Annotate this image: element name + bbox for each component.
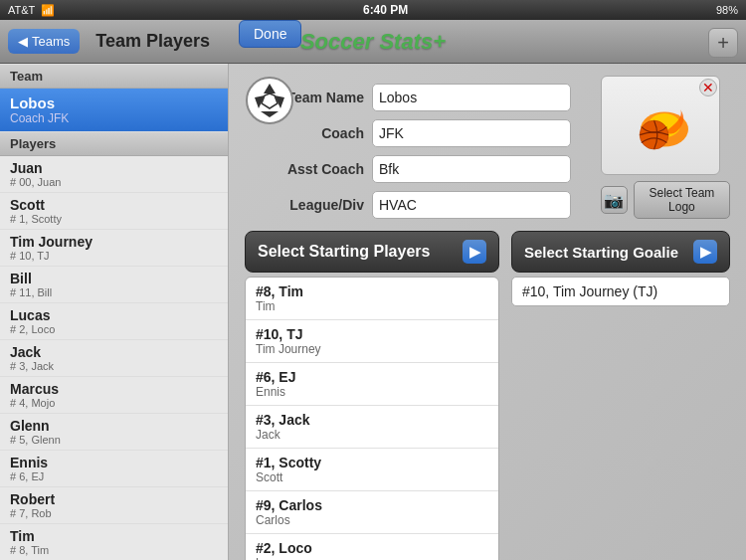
player-list-name: Tim (256, 299, 488, 313)
starting-player-item[interactable]: #3, Jack Jack (246, 406, 498, 449)
status-bar: AT&T 📶 6:40 PM 98% (0, 0, 746, 20)
league-div-label: League/Div (255, 197, 364, 213)
sidebar-player-item[interactable]: Glenn # 5, Glenn (0, 414, 228, 451)
teams-button-label: Teams (32, 34, 70, 49)
battery-indicator: 98% (716, 4, 738, 16)
players-list: Juan # 00, Juan Scott # 1, Scotty Tim Jo… (0, 156, 228, 560)
player-name: Glenn (10, 418, 218, 434)
player-number: # 2, Loco (10, 323, 218, 335)
player-list-name: Ennis (256, 385, 488, 399)
player-name: Tim Journey (10, 234, 218, 250)
sidebar-player-item[interactable]: Jack # 3, Jack (0, 340, 228, 377)
carrier-label: AT&T (8, 4, 35, 16)
main-layout: Team Lobos Coach JFK Players Juan # 00, … (0, 64, 746, 560)
plus-icon: + (717, 32, 729, 55)
player-list-number: #9, Carlos (256, 497, 488, 513)
player-number: # 8, Tim (10, 544, 218, 556)
players-section-header: Players (0, 131, 228, 156)
team-coach: Coach JFK (10, 111, 218, 125)
goalie-value: #10, Tim Journey (TJ) (511, 277, 730, 306)
player-list-name: Tim Journey (256, 342, 488, 356)
asst-coach-input[interactable] (372, 155, 571, 183)
select-starting-goalie-button[interactable]: Select Starting Goalie ▶ (511, 231, 730, 273)
starting-player-item[interactable]: #2, Loco Lucas (246, 534, 498, 560)
sidebar-team-item[interactable]: Lobos Coach JFK (0, 89, 228, 131)
starting-goalie-panel: Select Starting Goalie ▶ #10, Tim Journe… (511, 231, 730, 306)
starting-player-item[interactable]: #8, Tim Tim (246, 278, 498, 320)
sidebar-player-item[interactable]: Scott # 1, Scotty (0, 193, 228, 230)
sidebar-player-item[interactable]: Robert # 7, Rob (0, 487, 228, 524)
add-player-button[interactable]: + (708, 28, 738, 58)
sidebar-player-item[interactable]: Juan # 00, Juan (0, 156, 228, 193)
status-left: AT&T 📶 (8, 4, 55, 17)
player-name: Bill (10, 271, 218, 286)
sidebar-player-item[interactable]: Tim Journey # 10, TJ (0, 230, 228, 267)
select-logo-button[interactable]: Select Team Logo (634, 181, 730, 219)
camera-button[interactable]: 📷 (601, 186, 628, 214)
player-number: # 11, Bill (10, 286, 218, 298)
select-players-chevron: ▶ (463, 240, 486, 264)
player-number: # 1, Scotty (10, 213, 218, 225)
teams-button-chevron: ◀ (18, 34, 28, 49)
soccer-ball-icon (245, 76, 294, 125)
sidebar-player-item[interactable]: Marcus # 4, Mojo (0, 377, 228, 414)
page-title: Team Players (95, 31, 210, 52)
player-name: Scott (10, 197, 218, 213)
camera-icon: 📷 (604, 191, 624, 210)
player-name: Tim (10, 528, 218, 544)
player-number: # 6, EJ (10, 470, 218, 482)
status-time: 6:40 PM (363, 3, 408, 17)
wifi-icon: 📶 (41, 4, 55, 17)
teams-button[interactable]: ◀ Teams (8, 29, 80, 54)
coach-input[interactable] (372, 119, 571, 147)
player-number: # 4, Mojo (10, 397, 218, 409)
player-name: Robert (10, 491, 218, 507)
player-number: # 3, Jack (10, 360, 218, 372)
player-list-number: #6, EJ (256, 369, 488, 385)
player-list-name: Scott (256, 470, 488, 484)
select-starting-players-button[interactable]: Select Starting Players ▶ (245, 231, 499, 273)
player-list-number: #3, Jack (256, 412, 488, 428)
close-icon: ✕ (702, 80, 714, 95)
sidebar-player-item[interactable]: Ennis # 6, EJ (0, 451, 228, 487)
select-goalie-label: Select Starting Goalie (524, 244, 678, 261)
starting-section: Select Starting Players ▶ #8, Tim Tim #1… (245, 231, 730, 560)
logo-close-button[interactable]: ✕ (699, 79, 717, 96)
coach-label: Coach (255, 125, 364, 141)
sidebar-player-item[interactable]: Lucas # 2, Loco (0, 303, 228, 340)
svg-point-8 (640, 120, 668, 149)
player-name: Jack (10, 344, 218, 360)
app-title: Soccer Stats+ (300, 29, 446, 55)
team-logo-box: ✕ (601, 76, 720, 175)
player-list-name: Carlos (256, 513, 488, 527)
content-area: ✕ 📷 (229, 64, 746, 560)
player-number: # 00, Juan (10, 176, 218, 188)
player-name: Juan (10, 160, 218, 176)
player-name: Ennis (10, 455, 218, 470)
asst-coach-label: Asst Coach (255, 161, 364, 177)
nav-left-group: ◀ Teams Team Players (8, 29, 210, 54)
player-list-name: Jack (256, 428, 488, 442)
starting-player-item[interactable]: #10, TJ Tim Journey (246, 320, 498, 363)
player-list-name: Lucas (256, 556, 488, 560)
player-list-number: #10, TJ (256, 326, 488, 342)
starting-players-list: #8, Tim Tim #10, TJ Tim Journey #6, EJ E… (245, 277, 499, 560)
sidebar-player-item[interactable]: Tim # 8, Tim (0, 524, 228, 560)
logo-actions: 📷 Select Team Logo (601, 181, 730, 219)
sidebar-player-item[interactable]: Bill # 11, Bill (0, 267, 228, 303)
nav-bar: ◀ Teams Team Players Done Soccer Stats+ … (0, 20, 746, 64)
team-logo-image (621, 91, 700, 160)
sidebar: Team Lobos Coach JFK Players Juan # 00, … (0, 64, 229, 560)
player-name: Marcus (10, 381, 218, 397)
player-name: Lucas (10, 307, 218, 323)
starting-player-item[interactable]: #6, EJ Ennis (246, 363, 498, 406)
team-name-input[interactable] (372, 84, 571, 111)
done-button[interactable]: Done (239, 20, 301, 48)
starting-player-item[interactable]: #9, Carlos Carlos (246, 491, 498, 534)
starting-player-item[interactable]: #1, Scotty Scott (246, 449, 498, 491)
player-number: # 7, Rob (10, 507, 218, 519)
starting-players-panel: Select Starting Players ▶ #8, Tim Tim #1… (245, 231, 499, 560)
league-div-input[interactable] (372, 191, 571, 219)
player-list-number: #8, Tim (256, 283, 488, 299)
logo-area: ✕ 📷 (601, 76, 730, 219)
